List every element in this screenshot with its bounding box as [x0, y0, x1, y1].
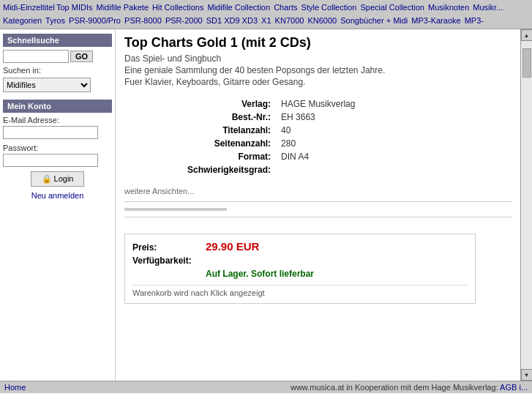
nav-hit-collections[interactable]: Hit Collections — [152, 3, 203, 12]
product-desc2: Fuer Klavier, Keyboards, Gitarre oder Ge… — [124, 77, 512, 87]
nav-row-1: Midi-EinzeltitelTop MIDIs Midifile Paket… — [3, 1, 529, 15]
price-row: Preis: 29.90 EUR — [132, 240, 468, 253]
home-link[interactable]: Home — [4, 383, 26, 392]
detail-row-titelanzahl: Titelanzahl: 40 — [183, 124, 359, 137]
suchen-in-label: Suchen in: — [3, 66, 112, 75]
suchen-in-select[interactable]: Midifiles — [3, 78, 91, 92]
search-row: GO — [3, 50, 112, 63]
detail-row-seitenanzahl: Seitenanzahl: 280 — [183, 137, 359, 150]
product-subtitle: Das Spiel- und Singbuch — [124, 53, 512, 64]
bottom-bar: Home www.musica.at in Kooperation mit de… — [0, 381, 532, 393]
neu-anmelden-link[interactable]: Neu anmelden — [3, 191, 112, 200]
password-input[interactable] — [3, 154, 98, 167]
top-navigation: Midi-EinzeltitelTop MIDIs Midifile Paket… — [0, 0, 532, 29]
scroll-up-button[interactable]: ▲ — [521, 29, 533, 41]
divider-2 — [124, 217, 512, 217]
detail-value-verlag: HAGE Musikverlag — [277, 97, 359, 111]
warenkorb-note: Warenkorb wird nach Klick angezeigt — [132, 285, 468, 297]
nav-psr9000[interactable]: PSR-9000/Pro — [69, 16, 121, 25]
sidebar: Schnellsuche GO Suchen in: Midifiles Mei… — [0, 29, 116, 381]
verfuegbarkeit-label: Verfügbarkeit: — [132, 256, 206, 266]
detail-value-seitenanzahl: 280 — [277, 137, 359, 150]
schnellsuche-title: Schnellsuche — [3, 34, 112, 47]
detail-row-schwierigkeitsgrad: Schwierigkeitsgrad: — [183, 163, 359, 176]
divider-1 — [124, 201, 512, 202]
mein-konto-title: Mein Konto — [3, 100, 112, 113]
nav-songbuecher[interactable]: Songbücher + Midi — [340, 16, 408, 25]
detail-value-format: DIN A4 — [277, 150, 359, 163]
nav-x1[interactable]: X1 — [261, 16, 271, 25]
preis-label: Preis: — [132, 242, 206, 253]
search-input[interactable] — [3, 50, 69, 63]
detail-row-bestell: Best.-Nr.: EH 3663 — [183, 111, 359, 124]
scrollbar[interactable]: ▲ ▼ — [520, 29, 532, 381]
nav-style-collection[interactable]: Style Collection — [301, 3, 357, 12]
nav-charts[interactable]: Charts — [274, 3, 297, 12]
detail-label-seitenanzahl: Seitenanzahl: — [183, 137, 277, 150]
copyright-text: www.musica.at in Kooperation mit dem Hag… — [291, 383, 528, 392]
detail-label-verlag: Verlag: — [183, 97, 277, 111]
nav-musiknoten[interactable]: Musiknoten — [428, 3, 469, 12]
price-box: Preis: 29.90 EUR Verfügbarkeit: Auf Lage… — [124, 234, 476, 304]
detail-label-schwierigkeitsgrad: Schwierigkeitsgrad: — [183, 163, 277, 176]
main-content: Top Charts Gold 1 (mit 2 CDs) Das Spiel-… — [116, 29, 520, 381]
go-button[interactable]: GO — [70, 51, 93, 62]
nav-kn6000[interactable]: KN6000 — [307, 16, 337, 25]
nav-special-collection[interactable]: Special Collection — [361, 3, 424, 12]
nav-top-midis[interactable]: Top MIDIs — [56, 3, 93, 12]
auf-lager-text: Auf Lager. Sofort lieferbar — [206, 269, 468, 279]
detail-value-bestell: EH 3663 — [277, 111, 359, 124]
email-input[interactable] — [3, 126, 98, 139]
nav-midi-einzeltitel[interactable]: Midi-Einzeltitel — [3, 3, 55, 12]
nav-mp3karaoke[interactable]: MP3-Karaoke — [411, 16, 460, 25]
nav-mp3[interactable]: MP3- — [465, 16, 484, 25]
product-details-table: Verlag: HAGE Musikverlag Best.-Nr.: EH 3… — [183, 97, 359, 176]
mein-konto-section: Mein Konto E-Mail Adresse: Passwort: 🔒 L… — [3, 100, 112, 200]
nav-midifile-pakete[interactable]: Midifile Pakete — [97, 3, 149, 12]
preis-value: 29.90 EUR — [206, 240, 259, 253]
scroll-track — [522, 41, 532, 369]
agb-link[interactable]: AGB i... — [500, 383, 528, 392]
image-placeholder — [124, 208, 227, 211]
nav-psr2000[interactable]: PSR-2000 — [165, 16, 203, 25]
detail-label-bestell: Best.-Nr.: — [183, 111, 277, 124]
passwort-label: Passwort: — [3, 143, 112, 152]
avail-row: Verfügbarkeit: — [132, 256, 468, 266]
nav-midifile-collection[interactable]: Midifile Collection — [207, 3, 270, 12]
weitere-ansichten-link[interactable]: weitere Ansichten... — [124, 187, 512, 195]
product-title: Top Charts Gold 1 (mit 2 CDs) — [124, 35, 512, 51]
scroll-down-button[interactable]: ▼ — [521, 369, 533, 381]
detail-label-titelanzahl: Titelanzahl: — [183, 124, 277, 137]
detail-value-schwierigkeitsgrad — [277, 163, 359, 176]
detail-value-titelanzahl: 40 — [277, 124, 359, 137]
detail-label-format: Format: — [183, 150, 277, 163]
detail-row-verlag: Verlag: HAGE Musikverlag — [183, 97, 359, 111]
nav-musikr[interactable]: Musikr... — [473, 3, 503, 12]
nav-row-2: Kategorien Tyros PSR-9000/Pro PSR-8000 P… — [3, 15, 529, 28]
login-button[interactable]: 🔒 Login — [31, 171, 85, 187]
nav-tyros[interactable]: Tyros — [45, 16, 65, 25]
scroll-thumb[interactable] — [522, 48, 531, 78]
detail-row-format: Format: DIN A4 — [183, 150, 359, 163]
email-label: E-Mail Adresse: — [3, 116, 112, 124]
nav-kn7000[interactable]: KN7000 — [275, 16, 304, 25]
product-desc1: Eine geniale Sammlung der 40 besten Pops… — [124, 65, 512, 75]
nav-sd1[interactable]: SD1 XD9 XD3 — [206, 16, 258, 25]
page-layout: Schnellsuche GO Suchen in: Midifiles Mei… — [0, 29, 532, 381]
nav-kategorien[interactable]: Kategorien — [3, 16, 42, 25]
nav-psr8000[interactable]: PSR-8000 — [124, 16, 162, 25]
